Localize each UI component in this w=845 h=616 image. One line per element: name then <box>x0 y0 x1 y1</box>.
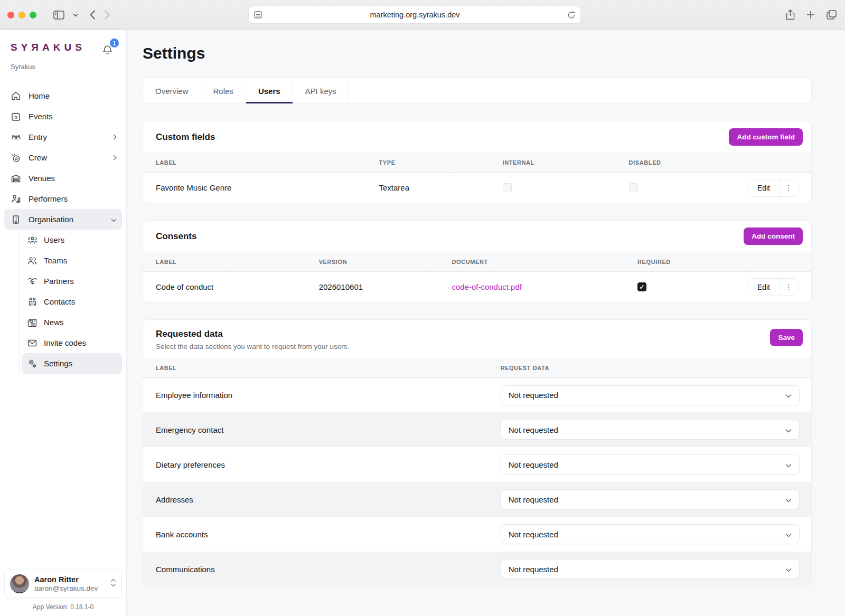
sidebar-item-venues[interactable]: Venues <box>4 168 122 188</box>
sidebar-item-entry[interactable]: Entry <box>4 127 122 147</box>
reload-icon[interactable] <box>568 11 575 19</box>
chevron-down-icon <box>785 425 792 434</box>
column-header-disabled: Disabled <box>616 153 700 172</box>
consent-document-link[interactable]: code-of-conduct.pdf <box>452 282 522 291</box>
consent-label: Code of conduct <box>143 282 306 291</box>
save-button[interactable]: Save <box>770 329 803 346</box>
share-icon[interactable] <box>786 10 795 20</box>
org-name: Syrakus <box>4 58 122 71</box>
sidebar-dropdown-chevron-icon[interactable] <box>73 13 78 17</box>
sidebar-subitem-partners[interactable]: Partners <box>22 271 122 291</box>
app-version: App Version: 0.18.1-0 <box>0 603 126 611</box>
edit-button[interactable]: Edit <box>748 279 779 296</box>
row-label: Employee information <box>143 391 488 400</box>
sidebar-subitem-news[interactable]: News <box>22 312 122 333</box>
bank-accounts-select[interactable]: Not requested <box>501 524 800 544</box>
tab-overview[interactable]: Overview <box>143 78 201 103</box>
address-bar[interactable]: marketing.org.syrakus.dev <box>248 6 581 24</box>
column-header-internal: Internal <box>490 153 616 172</box>
sidebar-subitem-label: Teams <box>44 256 67 265</box>
add-consent-button[interactable]: Add consent <box>744 228 803 245</box>
emergency-contact-select[interactable]: Not requested <box>501 420 800 440</box>
row-label: Emergency contact <box>143 425 488 434</box>
newspaper-icon <box>27 318 37 327</box>
close-window-button[interactable] <box>7 12 14 18</box>
column-header-document: Document <box>439 252 625 271</box>
disabled-checkbox[interactable] <box>629 183 638 192</box>
sidebar-subitem-contacts[interactable]: Contacts <box>22 291 122 312</box>
edit-button[interactable]: Edit <box>748 179 779 196</box>
sidebar-item-performers[interactable]: Performers <box>4 188 122 209</box>
tab-label: Roles <box>213 87 233 96</box>
profile-email: aaron@syrakus.dev <box>34 584 98 593</box>
custom-field-type: Textarea <box>367 183 490 192</box>
chevron-down-icon <box>785 530 792 539</box>
sidebar-item-organisation[interactable]: Organisation <box>4 209 122 230</box>
sidebar-subitem-invite-codes[interactable]: Invite codes <box>22 333 122 353</box>
chevron-right-icon <box>113 153 117 162</box>
tab-users[interactable]: Users <box>246 78 293 103</box>
building-icon <box>11 215 21 224</box>
sidebar-item-label: Venues <box>29 174 55 183</box>
main-content: Settings Overview Roles Users API keys C… <box>127 30 845 616</box>
minimize-window-button[interactable] <box>18 12 25 18</box>
sidebar-item-crew[interactable]: Crew <box>4 147 122 168</box>
reader-icon[interactable] <box>254 11 262 18</box>
browser-chrome: marketing.org.syrakus.dev <box>0 0 845 30</box>
custom-fields-card: Custom fields Add custom field Label Typ… <box>143 121 812 203</box>
chevron-down-icon <box>785 495 792 504</box>
communications-select[interactable]: Not requested <box>501 559 800 579</box>
sidebar-subitem-settings[interactable]: Settings <box>22 353 122 374</box>
dietary-preferences-select[interactable]: Not requested <box>501 454 800 475</box>
requested-data-row: Addresses Not requested <box>143 482 811 517</box>
consents-title: Consents <box>156 231 196 242</box>
internal-checkbox[interactable] <box>503 183 512 192</box>
kebab-menu-icon[interactable]: ⋮ <box>779 179 798 196</box>
sidebar-item-home[interactable]: Home <box>4 86 122 106</box>
performer-icon <box>11 194 21 204</box>
addresses-select[interactable]: Not requested <box>501 489 800 509</box>
select-value: Not requested <box>509 495 558 504</box>
sidebar-item-events[interactable]: Events <box>4 106 122 127</box>
sidebar-subitem-label: Contacts <box>44 297 75 306</box>
required-checkbox[interactable] <box>637 282 646 291</box>
sidebar-subitem-label: Settings <box>44 359 72 368</box>
add-custom-field-button[interactable]: Add custom field <box>729 128 803 146</box>
handshake-icon <box>27 278 37 285</box>
forward-button[interactable] <box>104 10 110 20</box>
comet-icon <box>11 153 21 163</box>
sidebar-subitem-label: Invite codes <box>44 338 86 347</box>
sidebar-subitem-teams[interactable]: Teams <box>22 250 122 271</box>
sidebar-subitem-label: News <box>44 318 64 327</box>
requested-data-subtitle: Select the data sections you want to req… <box>156 343 349 350</box>
syrakus-logo: SYЯAKUS <box>11 42 86 53</box>
crowd-icon <box>11 132 21 142</box>
custom-field-label: Favorite Music Genre <box>143 183 367 192</box>
column-header-label: Label <box>143 153 367 172</box>
zoom-window-button[interactable] <box>30 12 36 18</box>
new-tab-icon[interactable] <box>806 11 815 19</box>
tab-api-keys[interactable]: API keys <box>293 78 349 103</box>
kebab-menu-icon[interactable]: ⋮ <box>779 279 798 296</box>
column-header-type: Type <box>367 153 490 172</box>
back-button[interactable] <box>90 10 96 20</box>
sidebar-toggle-icon[interactable] <box>53 11 64 20</box>
sidebar-subitem-users[interactable]: Users <box>22 230 122 250</box>
custom-fields-title: Custom fields <box>156 132 215 143</box>
chevron-down-icon <box>785 391 792 400</box>
sidebar-item-label: Performers <box>29 194 68 203</box>
profile-menu[interactable]: Aaron Ritter aaron@syrakus.dev <box>4 570 122 598</box>
employee-information-select[interactable]: Not requested <box>501 385 800 405</box>
tab-overview-icon[interactable] <box>827 10 837 20</box>
url-text[interactable]: marketing.org.syrakus.dev <box>262 11 568 19</box>
notifications-bell-icon[interactable]: 1 <box>102 45 112 58</box>
column-header-version: Version <box>306 252 439 271</box>
requested-data-title: Requested data <box>156 329 349 339</box>
chevron-down-icon <box>785 565 792 574</box>
select-value: Not requested <box>509 530 558 539</box>
select-value: Not requested <box>509 425 558 434</box>
tab-label: Overview <box>155 87 189 96</box>
tab-roles[interactable]: Roles <box>201 78 246 103</box>
requested-data-row: Communications Not requested <box>143 552 811 586</box>
row-label: Communications <box>143 565 488 574</box>
